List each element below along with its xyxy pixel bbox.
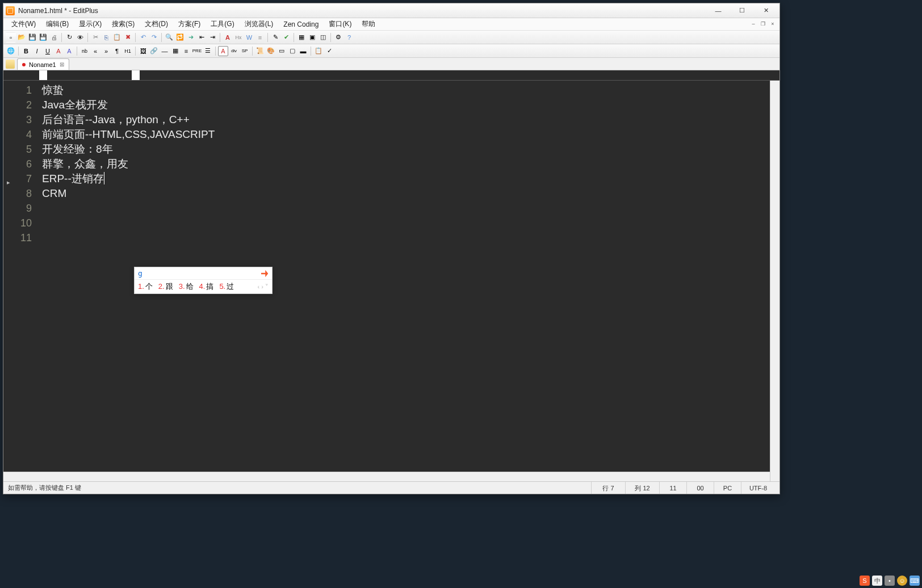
window-tile-icon[interactable]: ▦ xyxy=(296,32,307,43)
paste-icon[interactable]: 📋 xyxy=(112,32,122,43)
ime-candidate[interactable]: 1.个 xyxy=(138,282,153,292)
sogou-ime-icon[interactable]: S xyxy=(860,576,870,586)
delete-icon[interactable]: ✖ xyxy=(123,32,133,43)
code-line: 后台语言--Java，python，C++ xyxy=(42,112,779,127)
ime-candidate[interactable]: 3.给 xyxy=(179,282,194,292)
horizontal-scrollbar[interactable] xyxy=(3,472,770,481)
color-icon[interactable]: A xyxy=(64,46,74,56)
reload-icon[interactable]: ↻ xyxy=(64,32,74,43)
menu-zencoding[interactable]: Zen Coding xyxy=(279,19,323,30)
mdi-close[interactable]: × xyxy=(768,19,777,27)
ime-page-arrows[interactable]: ‹ › ˅ xyxy=(258,283,269,291)
anchor-left-icon[interactable]: « xyxy=(90,46,100,56)
ime-candidate[interactable]: 2.跟 xyxy=(158,282,173,292)
line-number: 2 xyxy=(3,98,32,112)
center-icon[interactable]: ≡ xyxy=(181,46,191,56)
bold-icon[interactable]: B xyxy=(21,46,31,56)
nbsp-icon[interactable]: nb xyxy=(79,46,90,56)
validate-icon[interactable]: ✓ xyxy=(324,46,334,56)
font-icon[interactable]: A xyxy=(53,46,64,56)
settings-icon[interactable]: ⚙ xyxy=(333,32,343,43)
font-a-icon[interactable]: A xyxy=(218,46,228,56)
ime-keyboard-icon[interactable]: ⌨ xyxy=(910,576,920,586)
link-icon[interactable]: 🔗 xyxy=(149,46,159,56)
ime-emoji-icon[interactable]: ☺ xyxy=(897,576,907,586)
document-tab[interactable]: Noname1 ⊠ xyxy=(17,58,69,70)
line-number: 3 xyxy=(3,112,32,127)
menu-help[interactable]: 帮助 xyxy=(357,18,380,30)
window-title: Noname1.html * - EditPlus xyxy=(18,7,707,15)
script-icon[interactable]: 📜 xyxy=(255,46,265,56)
editor-window: Noname1.html * - EditPlus — ☐ ✕ 文件(W) 编辑… xyxy=(3,3,780,494)
menu-file[interactable]: 文件(W) xyxy=(7,18,40,30)
form-icon[interactable]: ▭ xyxy=(276,46,287,56)
wordwrap-icon[interactable]: W xyxy=(244,32,254,43)
tab-close-icon[interactable]: ⊠ xyxy=(60,61,64,68)
copy-icon[interactable]: ⎘ xyxy=(101,32,111,43)
undo-icon[interactable]: ↶ xyxy=(138,32,148,43)
button-icon[interactable]: ▬ xyxy=(298,46,308,56)
menu-edit[interactable]: 编辑(B) xyxy=(41,18,73,30)
mdi-minimize[interactable]: – xyxy=(749,19,758,27)
menu-browser[interactable]: 浏览器(L) xyxy=(240,18,278,30)
open-file-icon[interactable]: 📂 xyxy=(16,32,27,43)
hr-icon[interactable]: — xyxy=(160,46,170,56)
line-number: 5 xyxy=(3,142,32,157)
status-line: 行 7 xyxy=(591,482,625,494)
ime-punct-icon[interactable]: • xyxy=(885,576,895,586)
div-icon[interactable]: div xyxy=(229,46,239,56)
menu-project[interactable]: 方案(F) xyxy=(174,18,205,30)
help-icon[interactable]: ? xyxy=(344,32,354,43)
redo-icon[interactable]: ↷ xyxy=(149,32,159,43)
style-icon[interactable]: 🎨 xyxy=(266,46,276,56)
close-button[interactable]: ✕ xyxy=(755,5,777,16)
indent-right-icon[interactable]: ⇥ xyxy=(207,32,217,43)
replace-icon[interactable]: 🔁 xyxy=(175,32,185,43)
ime-lang-icon[interactable]: 中 xyxy=(872,576,882,586)
toolbar-separator xyxy=(330,33,331,42)
spell-icon[interactable]: ✎ xyxy=(270,32,280,43)
window-cascade-icon[interactable]: ▣ xyxy=(307,32,317,43)
menu-window[interactable]: 窗口(K) xyxy=(324,18,356,30)
ime-candidate[interactable]: 4.搞 xyxy=(199,282,214,292)
menu-tools[interactable]: 工具(G) xyxy=(206,18,238,30)
linenum-icon[interactable]: ≡ xyxy=(255,32,265,43)
save-icon[interactable]: 💾 xyxy=(27,32,37,43)
directory-icon[interactable] xyxy=(6,60,15,69)
anchor-right-icon[interactable]: » xyxy=(101,46,111,56)
template-icon[interactable]: 📋 xyxy=(313,46,324,56)
cut-icon[interactable]: ✂ xyxy=(90,32,100,43)
globe-icon[interactable]: 🌐 xyxy=(6,46,16,56)
new-file-icon[interactable]: ▫ xyxy=(6,32,16,43)
status-overwrite: 00 xyxy=(686,482,714,494)
heading-icon[interactable]: H1 xyxy=(123,46,133,56)
maximize-button[interactable]: ☐ xyxy=(731,5,753,16)
menu-document[interactable]: 文档(D) xyxy=(140,18,173,30)
indent-left-icon[interactable]: ⇤ xyxy=(196,32,207,43)
preview-icon[interactable]: 👁 xyxy=(75,32,85,43)
ime-tray: S 中 • ☺ ⌨ xyxy=(860,576,920,586)
paragraph-icon[interactable]: ¶ xyxy=(112,46,122,56)
ime-candidate[interactable]: 5.过 xyxy=(219,282,234,292)
menu-view[interactable]: 显示(X) xyxy=(74,18,106,30)
list-icon[interactable]: ☰ xyxy=(203,46,213,56)
goto-icon[interactable]: ➜ xyxy=(186,32,196,43)
pre-icon[interactable]: PRE xyxy=(192,46,202,56)
mdi-restore[interactable]: ❐ xyxy=(758,19,768,27)
hex-icon[interactable]: Hx xyxy=(233,32,244,43)
check-icon[interactable]: ✔ xyxy=(281,32,291,43)
minimize-button[interactable]: — xyxy=(707,5,730,16)
window-split-icon[interactable]: ◫ xyxy=(318,32,328,43)
table-icon[interactable]: ▦ xyxy=(170,46,181,56)
find-icon[interactable]: 🔍 xyxy=(164,32,174,43)
font-aa-icon[interactable]: A xyxy=(223,32,233,43)
save-all-icon[interactable]: 💾 xyxy=(38,32,48,43)
span-icon[interactable]: SP xyxy=(240,46,250,56)
italic-icon[interactable]: I xyxy=(32,46,42,56)
image-icon[interactable]: 🖼 xyxy=(138,46,148,56)
input-icon[interactable]: ▢ xyxy=(287,46,297,56)
menu-search[interactable]: 搜索(S) xyxy=(107,18,139,30)
underline-icon[interactable]: U xyxy=(43,46,53,56)
print-icon[interactable]: 🖨 xyxy=(49,32,59,43)
vertical-scrollbar[interactable] xyxy=(770,81,779,481)
